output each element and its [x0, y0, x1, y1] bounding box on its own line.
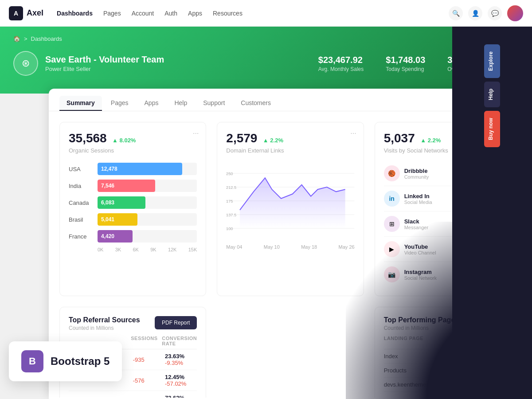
help-button[interactable]: Help — [484, 82, 500, 107]
line-chart-area: 250 212.5 175 137.5 100 — [226, 161, 354, 241]
banner-title: Save Earth - Volunteer Team — [45, 55, 164, 65]
bar-track: 6,083 — [98, 196, 197, 209]
right-panel: Explore Help Buy now — [452, 0, 532, 399]
country-name: France — [69, 233, 93, 240]
svg-text:175: 175 — [226, 199, 233, 203]
messages-button[interactable]: 💬 — [488, 6, 502, 20]
country-bar-chart: USA 12,478 India 7,546 Canada 6,083 — [69, 163, 197, 252]
nav-items: Dashboards Pages Account Auth Apps Resou… — [57, 10, 449, 17]
bar-track: 7,546 — [98, 180, 197, 192]
banner-content: ⊛ Save Earth - Volunteer Team Power Elit… — [13, 51, 519, 76]
nav-pages[interactable]: Pages — [103, 10, 121, 17]
bar-row-india: India 7,546 — [69, 180, 197, 192]
nav-auth[interactable]: Auth — [164, 10, 177, 17]
table-row: Bol.com 67 73.63% +28.73% — [69, 391, 197, 398]
linkedin-icon: in — [384, 191, 400, 207]
nav-resources[interactable]: Resources — [213, 10, 243, 17]
nav-dashboards[interactable]: Dashboards — [57, 10, 93, 17]
breadcrumb: 🏠 > Dashboards — [13, 35, 519, 42]
bar-fill: 6,083 — [98, 196, 145, 209]
banner-info: Save Earth - Volunteer Team Power Elite … — [45, 55, 164, 72]
bar-row-france: France 4,420 — [69, 230, 197, 243]
organic-sessions-label: Organic Sessions — [69, 147, 197, 154]
bar-row-usa: USA 12,478 — [69, 163, 197, 175]
domain-links-value: 2,579 — [226, 131, 257, 145]
bar-fill: 12,478 — [98, 163, 182, 175]
widget-more-button[interactable]: ··· — [193, 129, 199, 137]
breadcrumb-current: Dashboards — [31, 35, 62, 42]
country-name: Canada — [69, 200, 93, 206]
instagram-icon: 📷 — [384, 266, 400, 282]
user-avatar[interactable] — [507, 5, 523, 21]
social-visits-value: 5,037 — [384, 131, 415, 145]
social-visits-change: ▲ 2.2% — [420, 137, 441, 144]
stat-monthly-sales: $23,467.92 Avg. Monthly Sales — [318, 55, 364, 72]
stat-today-spending: $1,748.03 Today Spending — [386, 55, 425, 72]
banner-subtitle: Power Elite Seller — [45, 66, 164, 72]
middle-spacer — [217, 307, 364, 398]
svg-text:100: 100 — [226, 227, 233, 231]
notifications-button[interactable]: 👤 — [468, 6, 482, 20]
domain-links-change: ▲ 2.2% — [263, 137, 283, 144]
svg-text:212.5: 212.5 — [226, 185, 236, 190]
slack-icon: ⊞ — [384, 216, 400, 232]
breadcrumb-sep: > — [24, 35, 27, 42]
banner-left: ⊛ Save Earth - Volunteer Team Power Elit… — [13, 51, 164, 76]
stat-label: Avg. Monthly Sales — [318, 66, 364, 72]
bar-axis: 0K3K6K9K12K15K — [69, 247, 197, 252]
nav-apps[interactable]: Apps — [188, 10, 202, 17]
country-name: India — [69, 183, 93, 189]
tab-pages[interactable]: Pages — [104, 96, 136, 111]
bar-fill: 4,420 — [98, 230, 133, 243]
banner-logo: ⊛ — [13, 51, 38, 76]
tab-customers[interactable]: Customers — [234, 96, 278, 111]
top-navigation: A Axel Dashboards Pages Account Auth App… — [0, 0, 532, 27]
domain-links-widget: ··· 2,579 ▲ 2.2% Domain External Links 2… — [217, 122, 364, 296]
organic-sessions-change: ▲ 8.02% — [112, 137, 136, 144]
bar-fill: 7,546 — [98, 180, 155, 192]
bar-track: 5,041 — [98, 213, 197, 226]
bootstrap-card: B Bootstrap 5 — [9, 341, 122, 381]
svg-text:137.5: 137.5 — [226, 213, 236, 217]
widget-more-button[interactable]: ··· — [350, 129, 356, 137]
logo-area[interactable]: A Axel — [9, 6, 43, 20]
country-name: USA — [69, 166, 93, 172]
bar-track: 4,420 — [98, 230, 197, 243]
stat-value: $23,467.92 — [318, 55, 364, 65]
organic-sessions-widget: ··· 35,568 ▲ 8.02% Organic Sessions USA … — [59, 122, 206, 296]
pdf-report-button[interactable]: PDF Report — [155, 316, 197, 329]
organic-sessions-value: 35,568 — [69, 131, 107, 145]
tab-apps[interactable]: Apps — [137, 96, 166, 111]
home-icon[interactable]: 🏠 — [13, 35, 20, 42]
buy-now-button[interactable]: Buy now — [484, 111, 500, 147]
tab-support[interactable]: Support — [196, 96, 232, 111]
logo-text: Axel — [27, 8, 43, 18]
bar-track: 12,478 — [98, 163, 197, 175]
chart-x-labels: May 04 May 10 May 18 May 26 — [226, 243, 354, 250]
stat-value: $1,748.03 — [386, 55, 425, 65]
stat-label: Today Spending — [386, 66, 425, 72]
country-name: Brasil — [69, 216, 93, 223]
bar-fill: 5,041 — [98, 213, 137, 226]
svg-text:250: 250 — [226, 172, 233, 176]
search-button[interactable]: 🔍 — [449, 6, 463, 20]
bar-row-canada: Canada 6,083 — [69, 196, 197, 209]
nav-right: 🔍 👤 💬 — [449, 5, 523, 21]
bootstrap-text: Bootstrap 5 — [51, 355, 110, 368]
nav-account[interactable]: Account — [132, 10, 154, 17]
tab-summary[interactable]: Summary — [59, 96, 102, 111]
tab-help[interactable]: Help — [167, 96, 194, 111]
logo-icon: A — [9, 6, 23, 20]
line-chart-svg: 250 212.5 175 137.5 100 — [226, 161, 354, 241]
explore-button[interactable]: Explore — [484, 44, 500, 78]
youtube-icon: ▶ — [384, 241, 400, 257]
bootstrap-icon: B — [21, 350, 43, 372]
dribbble-icon: 🏀 — [384, 165, 400, 181]
domain-links-label: Domain External Links — [226, 147, 354, 154]
bar-row-brasil: Brasil 5,041 — [69, 213, 197, 226]
